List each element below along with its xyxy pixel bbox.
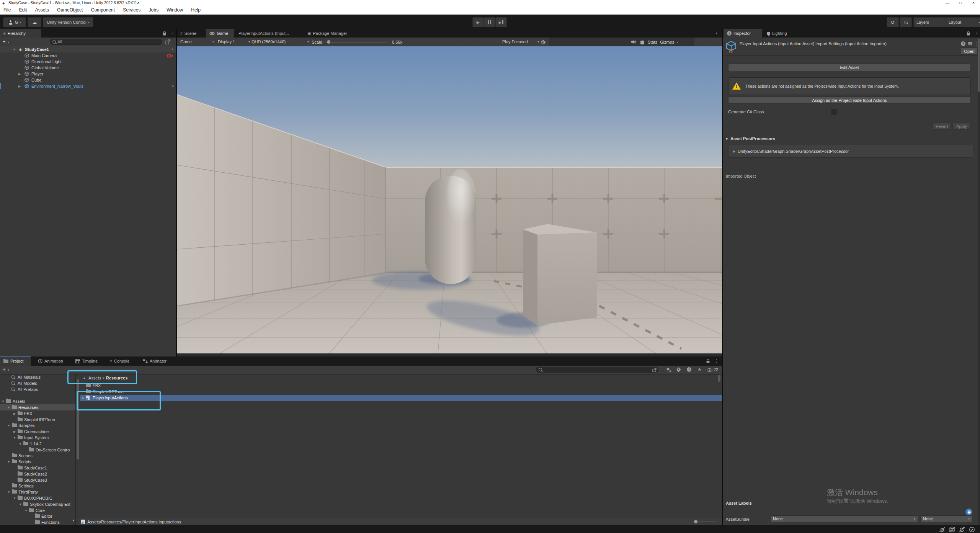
asset-postprocessors-title[interactable]: Asset PostProcessors [730,136,775,141]
project-search-input[interactable] [536,367,658,373]
foldout-open-icon[interactable]: ▼ [7,406,11,409]
hierarchy-item-directional-light[interactable]: Directional Light [0,59,176,65]
hierarchy-item-cube[interactable]: Cube [0,77,176,83]
minimize-button[interactable]: — [941,0,954,6]
project-tree-item[interactable]: ▼Skybox Cubemap Ext [0,501,75,507]
chevron-down-icon[interactable]: ▾ [8,41,9,44]
project-kebab-icon[interactable]: ⋮ [714,358,719,363]
open-in-window-icon[interactable] [165,39,170,44]
foldout-open-icon[interactable]: ▼ [13,497,16,500]
hierarchy-item-player[interactable]: ▶ Player [0,71,176,77]
project-tree-item[interactable]: StudyCase3 [0,477,75,483]
search-everywhere-button[interactable] [900,17,912,27]
project-tree-item[interactable]: ▼Assets [0,398,75,404]
menu-jobs[interactable]: Jobs [145,6,162,14]
favorite-item[interactable]: All Models [0,380,75,386]
project-tree-item[interactable]: On-Screen Contro [0,447,75,453]
hierarchy-item-main-camera[interactable]: Main Camera [0,52,176,59]
foldout-closed-icon[interactable]: ▶ [81,396,85,400]
generate-class-checkbox[interactable] [831,109,836,114]
game-mode-dropdown[interactable]: Game ▾ [178,39,216,45]
foldout-closed-icon[interactable]: ▶ [18,72,21,76]
foldout-open-icon[interactable]: ▼ [7,490,11,494]
maximize-button[interactable]: □ [954,0,967,6]
project-tree-item[interactable]: StudyCase1 [0,465,75,471]
tab-inspector[interactable]: i Inspector [724,29,762,38]
favorites-star-icon[interactable]: ★ [697,367,702,372]
favorite-item[interactable]: All Materials [0,374,75,380]
menu-component[interactable]: Component [88,6,118,14]
project-tree-item[interactable]: ▼Scripts [0,459,75,465]
tree-scroll-down-icon[interactable]: ▾ [73,518,75,522]
project-tree-item[interactable]: StudyCase2 [0,471,75,477]
content-scrollbar[interactable] [718,375,720,382]
vsync-grid-icon[interactable]: ▦ [640,39,644,45]
apply-button[interactable]: Apply [952,123,971,130]
menu-window[interactable]: Window [163,6,186,14]
scale-slider-track[interactable] [326,42,387,43]
menu-help[interactable]: Help [188,6,204,14]
assetbundle-variant-dropdown[interactable]: None ▾ [920,515,972,522]
visibility-eye-icon[interactable] [707,368,712,372]
breadcrumb-current[interactable]: Resources [106,376,127,380]
project-tree-item[interactable]: Editor [0,513,75,519]
create-plus-icon[interactable]: + [3,366,6,372]
assetbundle-dropdown[interactable]: None ▾ [770,515,918,522]
layout-dropdown[interactable]: Layout ▾ [946,17,980,27]
tab-playerinputactions[interactable]: PlayerInputActions (Input... [235,29,296,38]
asset-label-tag-button[interactable] [965,508,972,515]
create-plus-icon[interactable]: + [3,39,6,44]
resolution-dropdown[interactable]: QHD (2560x1440) ▾ [250,39,311,45]
icon-size-slider-track[interactable] [695,522,717,522]
foldout-open-icon[interactable]: ▼ [7,460,11,464]
game-kebab-icon[interactable]: ⋮ [714,31,719,36]
display-dropdown[interactable]: Display 1 ▾ [216,39,252,45]
collapse-up-icon[interactable]: ▲ [83,376,86,380]
tab-game[interactable]: Game [206,29,234,38]
hierarchy-item-environment-narrow-walls[interactable]: ▶ Environment_Narrow_Walls > [0,83,176,89]
undo-history-button[interactable]: ↺ [887,17,899,27]
open-button[interactable]: Open [961,47,978,55]
foldout-closed-icon[interactable]: ▶ [13,412,16,415]
tab-project[interactable]: Project [0,356,31,366]
project-tree-item[interactable]: ▼Core [0,507,75,513]
foldout-open-icon[interactable]: ▼ [18,442,22,445]
chevron-down-icon[interactable]: ▾ [677,40,678,44]
mute-audio-icon[interactable] [631,39,636,44]
foldout-closed-icon[interactable]: ▶ [732,150,736,153]
foldout-open-icon[interactable]: ▼ [24,508,28,512]
step-button[interactable]: ▶ [495,17,507,27]
content-item-playerinputactions[interactable]: ▶PlayerInputActions [80,395,722,401]
menu-assets[interactable]: Assets [32,6,52,14]
project-tree-item[interactable]: Settings [0,483,75,489]
project-tree-item[interactable]: ▶FBX [0,410,75,417]
revert-button[interactable]: Revert [933,123,951,130]
scale-slider-thumb[interactable] [327,40,330,44]
icon-size-slider-thumb[interactable] [694,520,697,523]
foldout-open-icon[interactable]: ▼ [725,137,728,141]
close-button[interactable]: × [967,0,980,6]
play-button[interactable]: ▶ [472,17,484,27]
tab-scene[interactable]: # Scene [177,29,205,38]
play-focused-dropdown[interactable]: Play Focused ▾ [500,39,541,45]
hierarchy-kebab-icon[interactable]: ⋮ [170,31,174,36]
gizmos-dropdown[interactable]: Gizmos [660,40,674,44]
hierarchy-lock-icon[interactable] [162,31,167,36]
tab-hierarchy[interactable]: ≡ Hierarchy [0,29,41,38]
project-tree-item[interactable]: ▼Resources [0,404,75,410]
foldout-closed-icon[interactable]: ▶ [13,430,16,433]
inspector-lock-icon[interactable] [966,31,970,36]
layers-dropdown[interactable]: Layers ▾ [913,17,950,27]
menu-services[interactable]: Services [119,6,144,14]
project-tree-item[interactable]: ▼BOXOPHOBIC [0,495,75,501]
version-control-button[interactable]: Unity Version Control ▾ [43,17,93,27]
project-lock-icon[interactable] [706,358,710,363]
hidden-packages-icon[interactable]: ! [687,367,691,372]
assign-project-wide-button[interactable]: Assign as the Project-wide Input Actions [728,96,971,104]
presets-icon[interactable] [968,41,973,46]
tree-scrollbar[interactable] [77,379,79,459]
tab-lighting[interactable]: Lighting [763,29,798,38]
tab-package-manager[interactable]: ▣ Package Manager [304,29,356,38]
pause-button[interactable] [484,17,495,27]
tree-content-divider[interactable] [75,374,76,525]
